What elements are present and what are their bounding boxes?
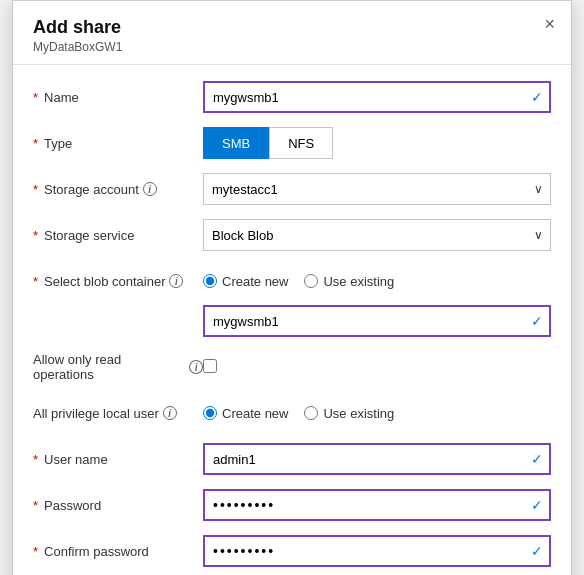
confirm-password-label: * Confirm password — [33, 544, 203, 559]
dialog-header: Add share MyDataBoxGW1 × — [13, 1, 571, 65]
nfs-button[interactable]: NFS — [269, 127, 333, 159]
add-share-dialog: Add share MyDataBoxGW1 × * Name ✓ * Type — [12, 0, 572, 575]
blob-container-info-icon[interactable]: i — [169, 274, 183, 288]
required-star-cpwd: * — [33, 544, 38, 559]
storage-account-select[interactable]: mytestacc1 — [203, 173, 551, 205]
password-label: * Password — [33, 498, 203, 513]
confirm-password-control: ✓ — [203, 535, 551, 567]
storage-account-control: mytestacc1 ∨ — [203, 173, 551, 205]
name-input-wrapper: ✓ — [203, 81, 551, 113]
required-star-blob: * — [33, 274, 38, 289]
username-input[interactable] — [203, 443, 551, 475]
storage-account-row: * Storage account i mytestacc1 ∨ — [33, 173, 551, 205]
username-control: ✓ — [203, 443, 551, 475]
password-control: ✓ — [203, 489, 551, 521]
confirm-password-input[interactable] — [203, 535, 551, 567]
blob-create-new-radio[interactable] — [203, 274, 217, 288]
privilege-row: All privilege local user i Create new Us… — [33, 397, 551, 429]
dialog-subtitle: MyDataBoxGW1 — [33, 40, 551, 54]
required-star-type: * — [33, 136, 38, 151]
storage-service-row: * Storage service Block Blob ∨ — [33, 219, 551, 251]
blob-container-row: * Select blob container i Create new Use… — [33, 265, 551, 297]
read-only-checkbox[interactable] — [203, 359, 217, 373]
password-input[interactable] — [203, 489, 551, 521]
confirm-password-check-icon: ✓ — [531, 543, 543, 559]
confirm-password-row: * Confirm password ✓ — [33, 535, 551, 567]
smb-button[interactable]: SMB — [203, 127, 269, 159]
storage-account-info-icon[interactable]: i — [143, 182, 157, 196]
blob-use-existing-radio[interactable] — [304, 274, 318, 288]
close-button[interactable]: × — [544, 15, 555, 33]
name-input[interactable] — [203, 81, 551, 113]
dialog-body: * Name ✓ * Type SMB NFS — [13, 65, 571, 575]
type-row: * Type SMB NFS — [33, 127, 551, 159]
blob-use-existing-label[interactable]: Use existing — [304, 274, 394, 289]
password-check-icon: ✓ — [531, 497, 543, 513]
confirm-password-input-wrapper: ✓ — [203, 535, 551, 567]
blob-input-wrapper: ✓ — [203, 305, 551, 337]
blob-create-new-label[interactable]: Create new — [203, 274, 288, 289]
storage-account-label: * Storage account i — [33, 182, 203, 197]
name-check-icon: ✓ — [531, 89, 543, 105]
storage-service-select-wrapper: Block Blob ∨ — [203, 219, 551, 251]
privilege-info-icon[interactable]: i — [163, 406, 177, 420]
read-only-label: Allow only read operations i — [33, 352, 203, 382]
name-row: * Name ✓ — [33, 81, 551, 113]
blob-input-control: ✓ — [203, 305, 551, 337]
read-only-row: Allow only read operations i — [33, 351, 551, 383]
name-label: * Name — [33, 90, 203, 105]
type-toggle: SMB NFS — [203, 127, 551, 159]
required-star-pwd: * — [33, 498, 38, 513]
blob-input-row: ✓ — [33, 305, 551, 337]
name-control: ✓ — [203, 81, 551, 113]
required-star-ss: * — [33, 228, 38, 243]
type-control: SMB NFS — [203, 127, 551, 159]
dialog-title: Add share — [33, 17, 551, 38]
storage-service-label: * Storage service — [33, 228, 203, 243]
required-star-sa: * — [33, 182, 38, 197]
privilege-control: Create new Use existing — [203, 406, 551, 421]
privilege-label: All privilege local user i — [33, 406, 203, 421]
privilege-create-new-radio[interactable] — [203, 406, 217, 420]
storage-service-control: Block Blob ∨ — [203, 219, 551, 251]
blob-container-control: Create new Use existing — [203, 274, 551, 289]
blob-radio-group: Create new Use existing — [203, 274, 551, 289]
required-star: * — [33, 90, 38, 105]
password-row: * Password ✓ — [33, 489, 551, 521]
password-input-wrapper: ✓ — [203, 489, 551, 521]
privilege-create-new-label[interactable]: Create new — [203, 406, 288, 421]
type-label: * Type — [33, 136, 203, 151]
privilege-radio-group: Create new Use existing — [203, 406, 551, 421]
blob-check-icon: ✓ — [531, 313, 543, 329]
privilege-use-existing-label[interactable]: Use existing — [304, 406, 394, 421]
username-input-wrapper: ✓ — [203, 443, 551, 475]
blob-container-label: * Select blob container i — [33, 274, 203, 289]
blob-container-input[interactable] — [203, 305, 551, 337]
storage-service-select[interactable]: Block Blob — [203, 219, 551, 251]
privilege-use-existing-radio[interactable] — [304, 406, 318, 420]
required-star-user: * — [33, 452, 38, 467]
username-row: * User name ✓ — [33, 443, 551, 475]
username-label: * User name — [33, 452, 203, 467]
read-only-control — [203, 359, 551, 376]
read-only-info-icon[interactable]: i — [189, 360, 203, 374]
username-check-icon: ✓ — [531, 451, 543, 467]
storage-account-select-wrapper: mytestacc1 ∨ — [203, 173, 551, 205]
